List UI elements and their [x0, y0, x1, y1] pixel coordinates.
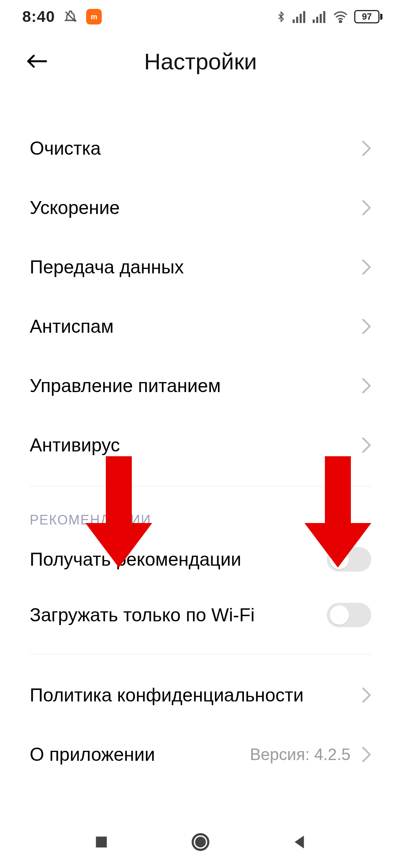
row-data[interactable]: Передача данных	[0, 237, 401, 297]
chevron-right-icon	[362, 437, 371, 453]
row-privacy[interactable]: Политика конфиденциальности	[0, 665, 401, 725]
row-boost[interactable]: Ускорение	[0, 178, 401, 237]
chevron-right-icon	[362, 318, 371, 335]
signal-1-icon	[293, 10, 307, 23]
svg-rect-3	[303, 11, 305, 23]
svg-marker-17	[294, 836, 304, 849]
nav-home-button[interactable]	[178, 820, 223, 864]
android-nav-bar	[0, 816, 401, 868]
row-antispam[interactable]: Антиспам	[0, 297, 401, 356]
chevron-right-icon	[362, 140, 371, 157]
section-divider	[30, 654, 371, 654]
settings-list: Очистка Ускорение Передача данных Антисп…	[0, 89, 401, 784]
chevron-right-icon	[362, 746, 371, 763]
chevron-right-icon	[362, 259, 371, 275]
back-button[interactable]	[22, 46, 52, 76]
chevron-right-icon	[362, 200, 371, 216]
section-divider	[30, 486, 371, 486]
svg-rect-2	[300, 14, 302, 23]
row-recommendations: Получать рекомендации	[0, 532, 401, 587]
recommendations-toggle[interactable]	[327, 547, 371, 572]
mute-icon	[63, 9, 78, 24]
wifi-only-toggle[interactable]	[327, 603, 371, 627]
about-label: О приложении	[30, 744, 250, 765]
svg-point-8	[339, 21, 341, 23]
row-power-label: Управление питанием	[30, 375, 362, 397]
status-left: 8:40 m	[22, 8, 102, 26]
svg-rect-7	[323, 11, 325, 23]
partial-scrolled-row	[0, 89, 401, 119]
app-badge-icon: m	[86, 9, 102, 24]
version-text: Версия: 4.2.5	[250, 745, 351, 764]
nav-back-button[interactable]	[277, 820, 322, 864]
row-clean-label: Очистка	[30, 138, 362, 159]
battery-icon: 97	[354, 10, 382, 23]
row-power[interactable]: Управление питанием	[0, 356, 401, 415]
row-clean[interactable]: Очистка	[0, 119, 401, 178]
svg-rect-6	[320, 14, 322, 23]
page-title: Настройки	[0, 48, 401, 75]
recommendations-label: Получать рекомендации	[30, 549, 241, 570]
svg-rect-0	[293, 20, 295, 23]
row-antispam-label: Антиспам	[30, 316, 362, 337]
row-about[interactable]: О приложении Версия: 4.2.5	[0, 725, 401, 784]
nav-recent-button[interactable]	[79, 820, 124, 864]
bluetooth-icon	[276, 9, 287, 24]
battery-percent: 97	[362, 11, 372, 22]
svg-rect-4	[313, 20, 315, 23]
row-boost-label: Ускорение	[30, 197, 362, 218]
chevron-right-icon	[362, 687, 371, 703]
svg-rect-1	[296, 17, 299, 23]
privacy-label: Политика конфиденциальности	[30, 684, 362, 706]
section-recommendations-header: РЕКОМЕНДАЦИИ	[0, 497, 401, 532]
svg-rect-5	[316, 17, 319, 23]
status-bar: 8:40 m	[0, 0, 401, 33]
svg-point-16	[196, 838, 205, 846]
row-antivirus[interactable]: Антивирус	[0, 415, 401, 475]
status-time: 8:40	[22, 8, 55, 26]
svg-rect-14	[96, 836, 107, 847]
wifi-icon	[333, 10, 348, 23]
row-wifi-only: Загружать только по Wi-Fi	[0, 587, 401, 643]
signal-2-icon	[313, 10, 327, 23]
wifi-only-label: Загружать только по Wi-Fi	[30, 604, 255, 626]
row-antivirus-label: Антивирус	[30, 434, 362, 456]
app-header: Настройки	[0, 33, 401, 89]
chevron-right-icon	[362, 378, 371, 394]
status-right: 97	[276, 9, 382, 24]
row-data-label: Передача данных	[30, 256, 362, 278]
